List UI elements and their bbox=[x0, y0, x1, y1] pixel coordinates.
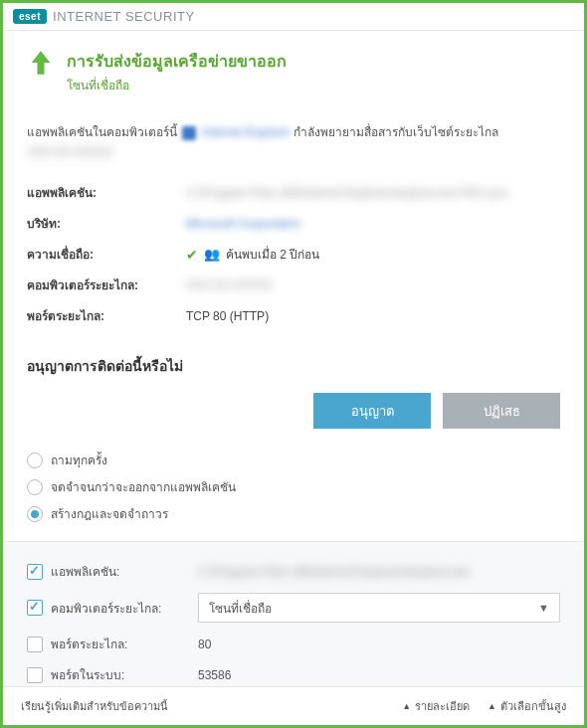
brand-badge: eset bbox=[13, 9, 47, 24]
radio-group-remember: ถามทุกครั้ง จดจำจนกว่าจะออกจากแอพพลิเคชั… bbox=[27, 447, 560, 527]
chevron-up-icon: ▲ bbox=[402, 701, 411, 711]
advanced-toggle[interactable]: ▲ ตัวเลือกขั้นสูง bbox=[488, 697, 566, 715]
description-suffix: กำลังพยายามสื่อสารกับเว็บไซต์ระยะไกล bbox=[294, 125, 498, 139]
chevron-down-icon: ▼ bbox=[538, 602, 549, 614]
dialog-window: eset INTERNET SECURITY การรับส่งข้อมูลเค… bbox=[0, 0, 587, 728]
question-text: อนุญาตการติดต่อนี้หรือไม่ bbox=[27, 355, 560, 377]
radio-icon bbox=[27, 506, 43, 522]
rule-row-application: แอพพลิเคชัน: C:\Program Files x86\Intern… bbox=[27, 556, 560, 587]
allow-button[interactable]: อนุญาต bbox=[313, 393, 431, 429]
checkbox-application[interactable] bbox=[27, 564, 43, 580]
label-remote-computer: คอมพิวเตอร์ระยะไกล: bbox=[27, 275, 186, 294]
row-remote-port: พอร์ตระยะไกล: TCP 80 (HTTP) bbox=[27, 300, 560, 331]
description-line2: XXX.XX.XXXXX bbox=[27, 145, 560, 159]
details-table: แอพพลิเคชัน: C:\Program Files x86\Intern… bbox=[27, 177, 560, 331]
rule-value-application: C:\Program Files x86\Internet Explorer\i… bbox=[198, 565, 470, 579]
rule-label-application: แอพพลิเคชัน: bbox=[51, 562, 190, 581]
value-reputation: ค้นพบเมื่อ 2 ปีก่อน bbox=[226, 245, 319, 264]
details-toggle[interactable]: ▲ รายละเอียด bbox=[402, 697, 470, 715]
checkbox-remote-port[interactable] bbox=[27, 637, 43, 652]
radio-icon bbox=[27, 453, 43, 468]
check-icon: ✔ bbox=[186, 247, 198, 263]
row-company: บริษัท: Microsoft Corporation bbox=[27, 208, 560, 239]
checkbox-remote-computer[interactable] bbox=[27, 600, 43, 616]
description-prefix: แอพพลิเคชันในคอมพิวเตอร์นี้ bbox=[27, 125, 177, 139]
dialog-title: การรับส่งข้อมูลเครือข่ายขาออก bbox=[67, 49, 287, 74]
title-block: การรับส่งข้อมูลเครือข่ายขาออก โซนที่เชื่… bbox=[27, 49, 560, 94]
advanced-label: ตัวเลือกขั้นสูง bbox=[500, 697, 566, 715]
footer: เรียนรู้เพิ่มเติมสำหรับข้อความนี้ ▲ รายล… bbox=[3, 686, 584, 725]
button-row: อนุญาต ปฏิเสธ bbox=[27, 393, 560, 429]
radio-ask-every-time[interactable]: ถามทุกครั้ง bbox=[27, 447, 560, 473]
app-name-blurred: Internet Explorer bbox=[202, 125, 291, 139]
dialog-body: การรับส่งข้อมูลเครือข่ายขาออก โซนที่เชื่… bbox=[3, 31, 584, 686]
rule-row-remote-computer: คอมพิวเตอร์ระยะไกล: โซนที่เชื่อถือ ▼ bbox=[27, 587, 560, 629]
radio-label: ถามทุกครั้ง bbox=[51, 451, 107, 469]
rule-label-remote-port: พอร์ตระยะไกล: bbox=[51, 635, 190, 653]
label-reputation: ความเชื่อถือ: bbox=[27, 245, 186, 264]
app-icon bbox=[182, 126, 196, 140]
chevron-up-icon: ▲ bbox=[488, 701, 496, 711]
value-application: C:\Program Files x86\Internet Explorer\i… bbox=[186, 186, 507, 200]
rule-value-local-port: 53586 bbox=[198, 668, 560, 682]
rule-label-remote-computer: คอมพิวเตอร์ระยะไกล: bbox=[51, 599, 190, 618]
radio-icon bbox=[27, 479, 43, 495]
users-icon: 👥 bbox=[204, 247, 220, 262]
label-application: แอพพลิเคชัน: bbox=[27, 183, 186, 202]
radio-create-rule[interactable]: สร้างกฎและจดจำถาวร bbox=[27, 500, 560, 527]
rule-value-remote-port: 80 bbox=[198, 637, 560, 651]
label-remote-port: พอร์ตระยะไกล: bbox=[27, 306, 186, 325]
radio-label: จดจำจนกว่าจะออกจากแอพพลิเคชัน bbox=[51, 477, 236, 496]
header: eset INTERNET SECURITY bbox=[3, 3, 584, 31]
description-line1: แอพพลิเคชันในคอมพิวเตอร์นี้ Internet Exp… bbox=[27, 122, 560, 141]
radio-label: สร้างกฎและจดจำถาวร bbox=[51, 504, 168, 523]
learn-more-link[interactable]: เรียนรู้เพิ่มเติมสำหรับข้อความนี้ bbox=[21, 697, 168, 715]
value-company: Microsoft Corporation bbox=[186, 217, 300, 231]
deny-button[interactable]: ปฏิเสธ bbox=[443, 393, 560, 429]
learn-more-label: เรียนรู้เพิ่มเติมสำหรับข้อความนี้ bbox=[21, 697, 168, 715]
row-remote-computer: คอมพิวเตอร์ระยะไกล: XXX.XX.XXXXX bbox=[27, 270, 560, 300]
select-remote-computer[interactable]: โซนที่เชื่อถือ ▼ bbox=[198, 593, 560, 623]
checkbox-local-port[interactable] bbox=[27, 667, 43, 683]
row-reputation: ความเชื่อถือ: ✔ 👥 ค้นพบเมื่อ 2 ปีก่อน bbox=[27, 239, 560, 270]
rule-row-local-port: พอร์ตในระบบ: 53586 bbox=[27, 659, 560, 686]
brand-text: INTERNET SECURITY bbox=[53, 9, 195, 24]
site-blurred: XXX.XX.XXXXX bbox=[27, 145, 113, 159]
select-value: โซนที่เชื่อถือ bbox=[209, 599, 272, 618]
radio-remember-until-quit[interactable]: จดจำจนกว่าจะออกจากแอพพลิเคชัน bbox=[27, 473, 560, 500]
upload-arrow-icon bbox=[27, 49, 55, 77]
rule-section: แอพพลิเคชัน: C:\Program Files x86\Intern… bbox=[3, 542, 584, 686]
row-application: แอพพลิเคชัน: C:\Program Files x86\Intern… bbox=[27, 177, 560, 208]
details-label: รายละเอียด bbox=[415, 697, 470, 715]
rule-row-remote-port: พอร์ตระยะไกล: 80 bbox=[27, 629, 560, 659]
label-company: บริษัท: bbox=[27, 214, 186, 233]
rule-label-local-port: พอร์ตในระบบ: bbox=[51, 665, 190, 684]
value-remote-port: TCP 80 (HTTP) bbox=[186, 306, 560, 325]
value-remote-computer: XXX.XX.XXXXX bbox=[186, 278, 273, 292]
dialog-subtitle: โซนที่เชื่อถือ bbox=[67, 76, 287, 94]
